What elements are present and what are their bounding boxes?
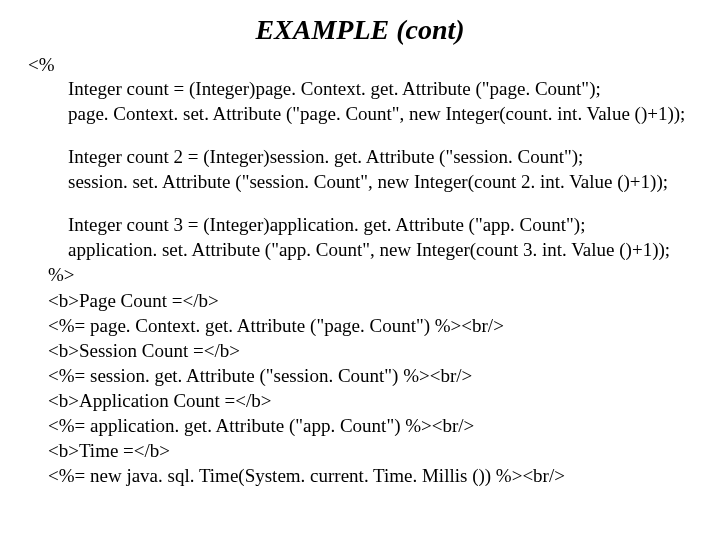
code-line: Integer count 2 = (Integer)session. get.… <box>68 144 700 169</box>
slide: EXAMPLE (cont) <% Integer count = (Integ… <box>0 0 720 498</box>
output-block: %> <b>Page Count =</b> <%= page. Context… <box>48 262 700 488</box>
code-line: page. Context. set. Attribute ("page. Co… <box>68 101 700 126</box>
code-line: <%= application. get. Attribute ("app. C… <box>48 413 700 438</box>
code-line: <%= session. get. Attribute ("session. C… <box>48 363 700 388</box>
code-line: Integer count = (Integer)page. Context. … <box>68 76 700 101</box>
blank-line <box>20 126 700 144</box>
code-line: Integer count 3 = (Integer)application. … <box>68 212 700 237</box>
code-line: <%= new java. sql. Time(System. current.… <box>48 463 700 488</box>
code-line: <b>Application Count =</b> <box>48 388 700 413</box>
code-line: <b>Page Count =</b> <box>48 288 700 313</box>
code-line: application. set. Attribute ("app. Count… <box>68 237 700 262</box>
scriptlet-open-tag: <% <box>28 54 700 76</box>
slide-title: EXAMPLE (cont) <box>20 14 700 46</box>
code-line: session. set. Attribute ("session. Count… <box>68 169 700 194</box>
blank-line <box>20 194 700 212</box>
code-line: <b>Session Count =</b> <box>48 338 700 363</box>
scriptlet-close-tag: %> <box>48 262 700 287</box>
code-block-1: Integer count = (Integer)page. Context. … <box>68 76 700 126</box>
code-line: <b>Time =</b> <box>48 438 700 463</box>
code-block-2: Integer count 2 = (Integer)session. get.… <box>68 144 700 194</box>
code-block-3: Integer count 3 = (Integer)application. … <box>68 212 700 262</box>
code-line: <%= page. Context. get. Attribute ("page… <box>48 313 700 338</box>
